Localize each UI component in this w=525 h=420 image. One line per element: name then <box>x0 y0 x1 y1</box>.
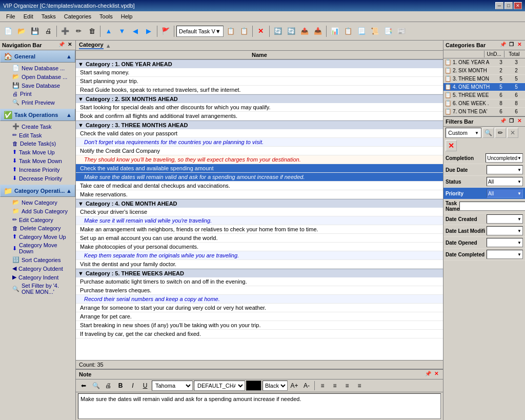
task-row[interactable]: Make an arrangement with neighbors, frie… <box>76 225 443 234</box>
custom-filter-dropdown[interactable]: Custom ▼ <box>446 128 481 138</box>
nav-cat-indent[interactable]: ▶ Category Indent <box>0 273 75 282</box>
note-color-name-select[interactable]: Black <box>262 381 288 391</box>
clear-filter-button[interactable]: ✕ <box>446 140 457 151</box>
task-row[interactable]: Arrange for pet care. <box>76 312 443 321</box>
tb-up[interactable]: ▲ <box>103 25 115 37</box>
task-row[interactable]: Start planning your trip. <box>76 77 443 86</box>
filter-apply-btn[interactable]: 🔍 <box>482 128 494 138</box>
tb-flag[interactable]: 🚩 <box>159 25 172 37</box>
note-tb-font-size-up[interactable]: A+ <box>289 381 300 391</box>
note-font-select[interactable]: Tahoma <box>152 381 193 391</box>
nav-cat-move-up[interactable]: ⬆ Category Move Up <box>0 232 75 241</box>
task-row[interactable]: Take care of medical and dental checkups… <box>76 182 443 190</box>
nav-save-database[interactable]: 💾 Save Database <box>0 81 75 90</box>
task-row[interactable]: Make reservations. <box>76 190 443 199</box>
nav-edit-task[interactable]: ✏ Edit Task <box>0 131 75 139</box>
filter-clear-text-btn[interactable]: ✕ <box>507 128 518 138</box>
close-button[interactable]: ✕ <box>514 2 522 9</box>
category-row-5[interactable]: ▼ Category : 5. THREE WEEKS AHEAD <box>76 269 443 277</box>
tb-sync4[interactable]: 📥 <box>312 25 324 37</box>
tb-view4[interactable]: 📜 <box>369 25 381 37</box>
note-tb-font-size-down[interactable]: A- <box>301 381 312 391</box>
task-row[interactable]: Make photocopies of your personal docume… <box>76 243 443 251</box>
note-tb-list[interactable]: ≡ <box>354 381 365 391</box>
nav-decrease-priority[interactable]: ⬇ Decrease Priority <box>0 174 75 183</box>
nav-print[interactable]: 🖨 Print <box>0 90 75 98</box>
task-row[interactable]: Check the valid dates on your passport <box>76 129 443 138</box>
nav-print-preview[interactable]: 🔍 Print Preview <box>0 98 75 107</box>
cat-item-7[interactable]: 📋 7. ON THE DA' 6 6 <box>443 108 525 116</box>
filter-task-name-input[interactable] <box>459 202 525 211</box>
note-tb-search[interactable]: 🔍 <box>90 381 102 391</box>
category-row-3[interactable]: ▼ Category : 3. THREE MONTHS AHEAD <box>76 121 443 129</box>
filters-pin-icon[interactable]: 📌 <box>499 118 507 125</box>
task-row-note-blue[interactable]: Keep them separate from the originals wh… <box>76 251 443 260</box>
tb-sync1[interactable]: 🔄 <box>272 25 284 37</box>
category-row-1[interactable]: ▼ Category : 1. ONE YEAR AHEAD <box>76 59 443 68</box>
task-row[interactable]: Start looking for special deals and othe… <box>76 103 443 112</box>
task-row[interactable]: Book and confirm all flights and additio… <box>76 112 443 121</box>
task-row-note-blue[interactable]: Make sure it will remain valid while you… <box>76 216 443 225</box>
note-tb-align-right[interactable]: ≡ <box>341 381 353 391</box>
task-row[interactable]: Notify the Credit Card Company <box>76 147 443 155</box>
cat-bar-float-icon[interactable]: ❐ <box>508 42 515 49</box>
task-row[interactable]: If traveling by car, get the car checked… <box>76 330 443 338</box>
menu-edit[interactable]: Edit <box>19 12 37 21</box>
tb-view1[interactable]: 📊 <box>329 25 341 37</box>
tb-down[interactable]: ▼ <box>116 25 128 37</box>
tb-task-edit[interactable]: ✏ <box>72 25 85 37</box>
menu-categories[interactable]: Categories <box>60 12 95 21</box>
filter-status-dropdown[interactable]: All ▼ <box>487 177 523 186</box>
task-row[interactable]: Set up an email account you can use arou… <box>76 234 443 243</box>
task-row[interactable]: Visit the dentist and your family doctor… <box>76 260 443 269</box>
nav-section-task-ops-header[interactable]: ✅ Task Operations ▲ <box>0 109 75 121</box>
cat-item-1[interactable]: 📋 1. ONE YEAR A 3 3 <box>443 58 525 67</box>
nav-task-move-down[interactable]: ⬇ Task Move Down <box>0 156 75 165</box>
minimize-button[interactable]: ─ <box>495 2 503 9</box>
nav-delete-category[interactable]: 🗑 Delete Category <box>0 224 75 232</box>
category-tab-label[interactable]: Category <box>79 42 104 49</box>
task-row-note-blue[interactable]: Record their serial numbers and keep a c… <box>76 295 443 304</box>
cat-item-5[interactable]: 📋 5. THREE WEE 6 6 <box>443 91 525 99</box>
nav-cat-outdent[interactable]: ◀ Category Outdent <box>0 264 75 273</box>
nav-section-general-header[interactable]: 🏠 General ▲ <box>0 50 75 63</box>
nav-bar-pin-icon[interactable]: 📌 <box>58 42 65 49</box>
note-panel-pin-icon[interactable]: 📌 <box>425 371 432 378</box>
tb-view3[interactable]: 📃 <box>355 25 368 37</box>
nav-increase-priority[interactable]: ⬆ Increase Priority <box>0 165 75 174</box>
task-row[interactable]: Start saving money. <box>76 68 443 77</box>
tb-view5[interactable]: 📑 <box>382 25 394 37</box>
filter-date-created-dropdown[interactable]: ▼ <box>487 214 523 224</box>
nav-bar-close-icon[interactable]: ✕ <box>66 42 73 49</box>
filter-date-completed-dropdown[interactable]: ▼ <box>487 250 523 259</box>
nav-section-cat-ops-header[interactable]: 📁 Category Operati... ▲ <box>0 185 75 197</box>
nav-add-sub-category[interactable]: 📁 Add Sub Category <box>0 207 75 215</box>
task-row-note-selected[interactable]: Make sure the dates will remain valid an… <box>76 173 443 182</box>
task-row[interactable]: Purchase travelers cheques. <box>76 286 443 295</box>
tb-new[interactable]: 📄 <box>2 25 14 37</box>
tb-task-opt2[interactable]: 📋 <box>238 25 250 37</box>
note-tb-align-center[interactable]: ≡ <box>329 381 340 391</box>
tb-sync2[interactable]: 🔄 <box>285 25 297 37</box>
note-tb-print[interactable]: 🖨 <box>103 381 114 391</box>
task-list[interactable]: ▼ Category : 1. ONE YEAR AHEAD Start sav… <box>76 59 443 360</box>
filter-date-opened-dropdown[interactable]: ▼ <box>487 238 523 247</box>
cat-bar-close-icon[interactable]: ✕ <box>516 42 523 49</box>
cat-bar-pin-icon[interactable]: 📌 <box>499 42 507 49</box>
nav-new-category[interactable]: 📂 New Category <box>0 198 75 207</box>
cat-item-3[interactable]: 📋 3. THREE MON 5 5 <box>443 75 525 83</box>
nav-delete-tasks[interactable]: 🗑 Delete Task(s) <box>0 139 75 148</box>
cat-item-4[interactable]: 📋 4. ONE MONTH 5 5 <box>443 83 525 91</box>
tb-save[interactable]: 💾 <box>29 25 41 37</box>
note-tb-underline[interactable]: U <box>139 381 151 391</box>
nav-sort-categories[interactable]: 🔢 Sort Categories <box>0 255 75 264</box>
maximize-button[interactable]: □ <box>504 2 513 9</box>
cat-item-6[interactable]: 📋 6. ONE WEEK . 8 8 <box>443 99 525 108</box>
tb-view2[interactable]: 📋 <box>342 25 354 37</box>
filter-edit-btn[interactable]: ✏ <box>495 128 506 138</box>
note-panel-close-icon[interactable]: ✕ <box>433 371 440 378</box>
nav-task-move-up[interactable]: ⬆ Task Move Up <box>0 148 75 156</box>
category-row-2[interactable]: ▼ Category : 2. SIX MONTHS AHEAD <box>76 94 443 103</box>
note-content-area[interactable]: Make sure the dates will remain valid an… <box>78 393 441 419</box>
menu-help[interactable]: Help <box>117 12 137 21</box>
